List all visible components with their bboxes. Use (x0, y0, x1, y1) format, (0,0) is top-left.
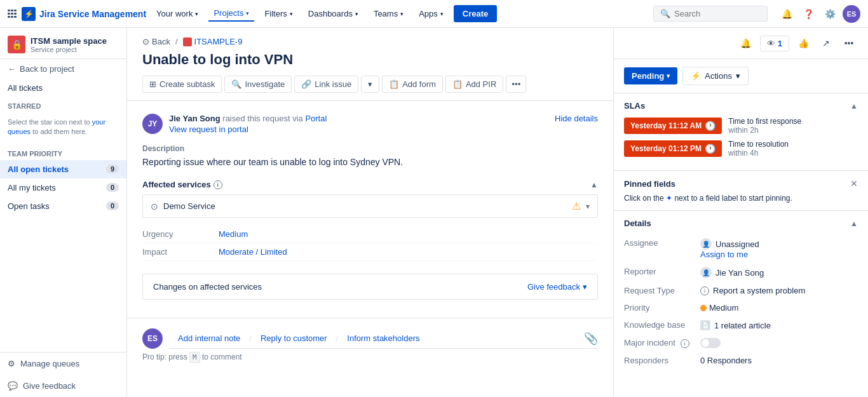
requester-info: Jie Yan Song raised this request via Por… (169, 114, 327, 134)
add-form-button[interactable]: 📋 Add form (382, 76, 443, 93)
changes-section: Changes on affected services Give feedba… (142, 274, 598, 300)
reporter-label: Reporter (624, 267, 700, 276)
queues-link[interactable]: your queues (8, 118, 105, 135)
link-issue-button[interactable]: 🔗 Link issue (294, 76, 358, 93)
notification-icon[interactable]: 🔔 (737, 34, 755, 52)
nav-apps[interactable]: Apps ▾ (414, 6, 449, 21)
hide-details-button[interactable]: Hide details (555, 114, 598, 123)
more-options-icon[interactable]: ••• (840, 34, 858, 52)
sidebar: 🔒 ITSM sample space Service project ← Ba… (0, 28, 127, 397)
share-icon[interactable]: ↗ (817, 34, 835, 52)
service-network-icon: ⊙ (151, 201, 158, 212)
create-button[interactable]: Create (454, 5, 497, 22)
feedback-icon: 💬 (8, 381, 18, 391)
unassigned-icon: 👤 (700, 238, 712, 250)
user-avatar[interactable]: ES (843, 5, 860, 23)
sla-badge-1: Yesterday 11:12 AM 🕐 (624, 118, 722, 134)
issue-right-panel: 🔔 👁 1 👍 ↗ ••• Pending ▾ (614, 28, 868, 397)
app-logo[interactable]: ⚡ Jira Service Management (22, 7, 146, 21)
description-label: Description (142, 144, 598, 153)
nav-your-work[interactable]: Your work ▾ (151, 6, 203, 21)
priority-row: Priority Medium (624, 299, 858, 316)
responders-value: 0 Responders (700, 356, 752, 365)
major-incident-row: Major incident i (624, 334, 858, 352)
requester-text: Jie Yan Song raised this request via Por… (169, 114, 327, 123)
actions-chevron-icon: ▾ (736, 71, 740, 81)
help-icon[interactable]: ❓ (799, 5, 817, 23)
request-type-label: Request Type (624, 286, 700, 295)
sla-info-1: Time to first response within 2h (728, 117, 801, 135)
impact-value: Moderate / Limited (219, 247, 287, 257)
search-box[interactable]: 🔍 (653, 6, 768, 22)
sidebar-item-all-tickets[interactable]: All tickets (0, 79, 126, 97)
investigate-button[interactable]: 🔍 Investigate (224, 76, 292, 93)
requester-row: JY Jie Yan Song raised this request via … (142, 114, 598, 134)
status-chevron-icon: ▾ (667, 72, 670, 79)
toggle-switch[interactable] (700, 338, 721, 348)
close-pinned-icon[interactable]: ✕ (850, 178, 858, 189)
sla-title: SLAs (624, 101, 645, 111)
assignee-value-group: 👤 Unassigned Assign to me (700, 238, 759, 259)
add-internal-note-tab[interactable]: Add internal note (169, 328, 249, 348)
nav-projects[interactable]: Projects ▾ (208, 6, 254, 22)
my-tickets-badge: 0 (106, 183, 119, 192)
details-header: Details ▲ (624, 219, 858, 228)
search-icon: 🔍 (231, 79, 241, 89)
watch-button[interactable]: 👁 1 (760, 36, 789, 51)
sla-title-2: Time to resolution (728, 140, 789, 149)
changes-header[interactable]: Changes on affected services Give feedba… (143, 274, 597, 299)
give-feedback-link[interactable]: Give feedback ▾ (527, 282, 587, 292)
inform-stakeholders-tab[interactable]: Inform stakeholders (338, 328, 428, 348)
thumbs-up-icon[interactable]: 👍 (794, 34, 812, 52)
details-collapse-icon[interactable]: ▲ (850, 219, 858, 228)
nav-teams[interactable]: Teams ▾ (369, 6, 409, 21)
back-button[interactable]: ⊙ Back (142, 37, 170, 46)
info-icon[interactable]: i (214, 180, 222, 189)
clock-icon-2: 🕐 (705, 144, 715, 154)
portal-link[interactable]: Portal (305, 114, 327, 123)
attach-icon[interactable]: 📎 (584, 332, 598, 346)
main-layout: 🔒 ITSM sample space Service project ← Ba… (0, 28, 868, 397)
search-input[interactable] (674, 9, 750, 18)
chevron-down-icon: ▾ (290, 11, 293, 17)
sla-badge-2: Yesterday 01:12 PM 🕐 (624, 140, 722, 157)
main-content: ⊙ Back / ITSAMPLE-9 Unable to log into V… (127, 28, 868, 397)
back-to-project-button[interactable]: ← Back to project (0, 59, 126, 79)
sidebar-item-all-open-tickets[interactable]: All open tickets 9 (0, 160, 126, 178)
grid-icon[interactable] (8, 10, 17, 18)
status-button[interactable]: Pending ▾ (624, 67, 677, 84)
reply-to-customer-tab[interactable]: Reply to customer (252, 328, 336, 348)
major-incident-info-icon[interactable]: i (681, 339, 689, 348)
service-chevron-icon[interactable]: ▾ (586, 202, 590, 211)
sla-collapse-icon[interactable]: ▲ (850, 102, 858, 111)
sidebar-item-all-my-tickets[interactable]: All my tickets 0 (0, 178, 126, 197)
nav-filters[interactable]: Filters ▾ (259, 6, 297, 21)
create-subtask-button[interactable]: ⊞ Create subtask (142, 76, 222, 93)
settings-icon[interactable]: ⚙️ (821, 5, 839, 23)
affected-services-label: Affected services i (142, 180, 222, 189)
major-incident-toggle[interactable] (700, 338, 721, 348)
comment-section: ES Add internal note / Reply to customer… (127, 318, 613, 372)
more-options-button[interactable]: ••• (506, 76, 526, 93)
affected-services-header: Affected services i ▲ (142, 180, 598, 189)
nav-dashboards[interactable]: Dashboards ▾ (303, 6, 363, 21)
changes-title: Changes on affected services (153, 282, 262, 292)
sidebar-item-open-tasks[interactable]: Open tasks 0 (0, 197, 126, 215)
issue-id-link[interactable]: ITSAMPLE-9 (183, 37, 243, 46)
add-pir-button[interactable]: 📋 Add PIR (445, 76, 503, 93)
pinned-hint: Click on the ✦ next to a field label to … (624, 194, 858, 203)
notification-bell-icon[interactable]: 🔔 (778, 5, 796, 23)
actions-button[interactable]: ⚡ Actions ▾ (682, 67, 749, 85)
view-request-link[interactable]: View request in portal (169, 124, 327, 134)
app-name: Jira Service Management (39, 9, 146, 19)
comment-avatar: ES (142, 328, 163, 349)
collapse-icon[interactable]: ▲ (590, 180, 598, 189)
reporter-row: Reporter 👤 Jie Yan Song (624, 263, 858, 282)
give-feedback-button[interactable]: 💬 Give feedback (0, 375, 126, 397)
dropdown-more-button[interactable]: ▾ (361, 76, 379, 93)
assignee-value: 👤 Unassigned (700, 238, 759, 250)
assign-me-link[interactable]: Assign to me (700, 250, 759, 259)
manage-queues-button[interactable]: ⚙ Manage queues (0, 353, 126, 375)
responders-row: Responders 0 Responders (624, 352, 858, 369)
status-actions-bar: Pending ▾ ⚡ Actions ▾ (614, 59, 868, 93)
